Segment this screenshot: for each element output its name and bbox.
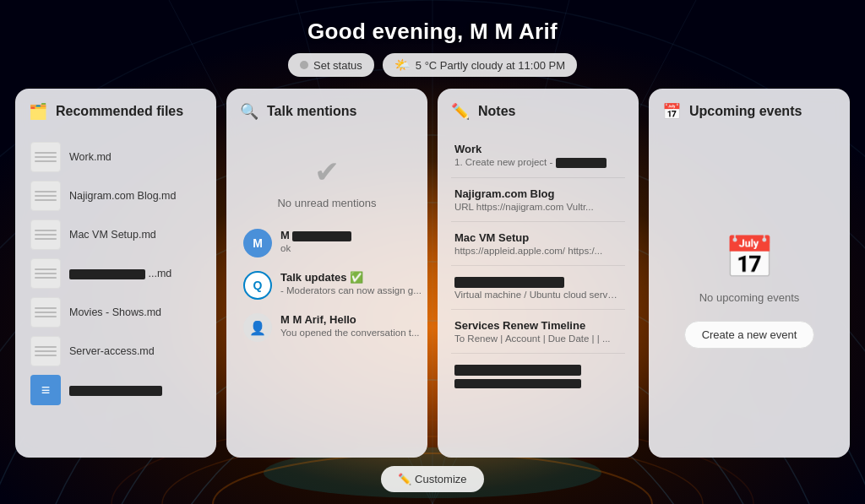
- note-title: Services Renew Timeline: [454, 319, 622, 332]
- bottom-bar: ✏️ Customize: [381, 458, 483, 504]
- mention-item-m[interactable]: M M ok: [240, 222, 414, 264]
- set-status-button[interactable]: Set status: [288, 53, 374, 77]
- file-thumb: [30, 258, 61, 289]
- talk-mentions-header: 🔍 Talk mentions: [240, 102, 414, 127]
- note-title: Mac VM Setup: [454, 231, 622, 244]
- no-mentions-text: No unread mentions: [277, 197, 376, 209]
- notes-title: Notes: [478, 104, 515, 119]
- file-name: Mac VM Setup.md: [69, 229, 156, 241]
- talk-icon: 🔍: [240, 102, 258, 121]
- file-thumb: [30, 336, 61, 366]
- weather-pill[interactable]: 🌤️ 5 °C Partly cloudy at 11:00 PM: [383, 53, 577, 77]
- recommended-files-header: 🗂️ Recommended files: [29, 102, 203, 127]
- note-title: [454, 363, 622, 376]
- file-name: Najigram.com Blog.md: [69, 190, 176, 202]
- folder-icon: 🗂️: [29, 102, 47, 121]
- file-thumb: [30, 142, 61, 172]
- talk-mentions-card: 🔍 Talk mentions ✔ No unread mentions M M…: [226, 89, 427, 458]
- note-item-najigram[interactable]: Najigram.com Blog URL https://najigram.c…: [451, 182, 625, 217]
- note-preview: To Renew | Account | Due Date | | ...: [454, 333, 622, 344]
- avatar-ghost: 👤: [243, 313, 272, 342]
- file-item-movies[interactable]: Movies - Shows.md: [29, 293, 203, 332]
- file-name: [69, 384, 162, 396]
- file-blue-icon: ≡: [30, 375, 61, 405]
- file-item-server[interactable]: Server-access.md: [29, 332, 203, 371]
- mention-name: Talk updates ✅: [280, 271, 422, 284]
- file-item-redacted[interactable]: ...md: [29, 254, 203, 293]
- file-thumb: [30, 297, 61, 328]
- weather-icon: 🌤️: [394, 57, 411, 73]
- recommended-files-title: Recommended files: [56, 104, 183, 119]
- note-divider: [451, 177, 625, 178]
- notes-icon: ✏️: [451, 102, 470, 121]
- status-indicator: [300, 61, 308, 69]
- note-item-work[interactable]: Work 1. Create new project -: [451, 138, 625, 173]
- note-divider: [451, 309, 625, 310]
- note-preview: 1. Create new project -: [454, 157, 622, 168]
- customize-button[interactable]: ✏️ Customize: [381, 466, 483, 492]
- talk-mentions-title: Talk mentions: [267, 104, 356, 119]
- upcoming-events-header: 📅 Upcoming events: [662, 102, 836, 127]
- note-divider: [451, 221, 625, 222]
- note-item-macvm[interactable]: Mac VM Setup https://appleid.apple.com/ …: [451, 226, 625, 261]
- no-mentions-section: ✔ No unread mentions: [240, 138, 414, 222]
- note-divider: [451, 353, 625, 354]
- mention-text: ok: [280, 243, 351, 253]
- weather-text: 5 °C Partly cloudy at 11:00 PM: [416, 59, 565, 72]
- checkmark-icon: ✔: [314, 154, 340, 190]
- note-divider: [451, 265, 625, 266]
- create-event-button[interactable]: Create a new event: [684, 321, 815, 349]
- no-events-section: 📅 No upcoming events Create a new event: [662, 138, 836, 444]
- status-bar: Set status 🌤️ 5 °C Partly cloudy at 11:0…: [288, 53, 577, 77]
- upcoming-events-card: 📅 Upcoming events 📅 No upcoming events C…: [649, 89, 850, 458]
- mention-content: M M Arif, Hello You opened the conversat…: [280, 313, 420, 338]
- mention-item-talk[interactable]: Q Talk updates ✅ - Moderators can now as…: [240, 264, 414, 306]
- mention-name: M: [280, 229, 351, 241]
- file-name: Server-access.md: [69, 345, 155, 357]
- upcoming-events-title: Upcoming events: [689, 104, 802, 119]
- note-preview: Virtual machine / Ubuntu cloud server...: [454, 290, 622, 300]
- cards-row: 🗂️ Recommended files Work.md Najigram.co…: [0, 89, 865, 458]
- calendar-icon: 📅: [662, 102, 681, 121]
- recommended-files-card: 🗂️ Recommended files Work.md Najigram.co…: [15, 89, 216, 458]
- note-item-services[interactable]: Services Renew Timeline To Renew | Accou…: [451, 314, 625, 349]
- note-title: Najigram.com Blog: [454, 187, 622, 200]
- mention-text: You opened the conversation t...: [280, 328, 420, 338]
- note-preview: URL https://najigram.com Vultr...: [454, 202, 622, 212]
- file-item-najigram[interactable]: Najigram.com Blog.md: [29, 176, 203, 215]
- avatar-talk: Q: [243, 271, 272, 300]
- file-item-blue[interactable]: ≡: [29, 371, 203, 409]
- notes-card: ✏️ Notes Work 1. Create new project - Na…: [438, 89, 639, 458]
- mention-item-hello[interactable]: 👤 M M Arif, Hello You opened the convers…: [240, 306, 414, 349]
- file-item-macvm[interactable]: Mac VM Setup.md: [29, 215, 203, 254]
- note-title: [454, 275, 622, 288]
- note-item-redacted1[interactable]: Virtual machine / Ubuntu cloud server...: [451, 270, 625, 305]
- calendar-large-icon: 📅: [724, 234, 775, 281]
- greeting-text: Good evening, M M Arif: [307, 19, 558, 45]
- file-name: ...md: [69, 268, 171, 279]
- mention-name: M M Arif, Hello: [280, 313, 420, 326]
- note-title: Work: [454, 143, 622, 155]
- note-item-redacted2[interactable]: [451, 358, 625, 393]
- note-preview: [454, 377, 622, 387]
- file-thumb: [30, 181, 61, 211]
- notes-header: ✏️ Notes: [451, 102, 625, 127]
- file-name: Movies - Shows.md: [69, 306, 161, 318]
- mention-text: - Moderators can now assign g...: [280, 285, 422, 295]
- set-status-label: Set status: [313, 59, 362, 72]
- note-preview: https://appleid.apple.com/ https:/...: [454, 246, 622, 256]
- no-events-text: No upcoming events: [699, 291, 800, 304]
- file-item-work[interactable]: Work.md: [29, 138, 203, 176]
- avatar-m: M: [243, 229, 272, 257]
- mention-content: M ok: [280, 229, 351, 253]
- file-name: Work.md: [69, 151, 112, 163]
- file-thumb: [30, 219, 61, 250]
- mention-content: Talk updates ✅ - Moderators can now assi…: [280, 271, 422, 295]
